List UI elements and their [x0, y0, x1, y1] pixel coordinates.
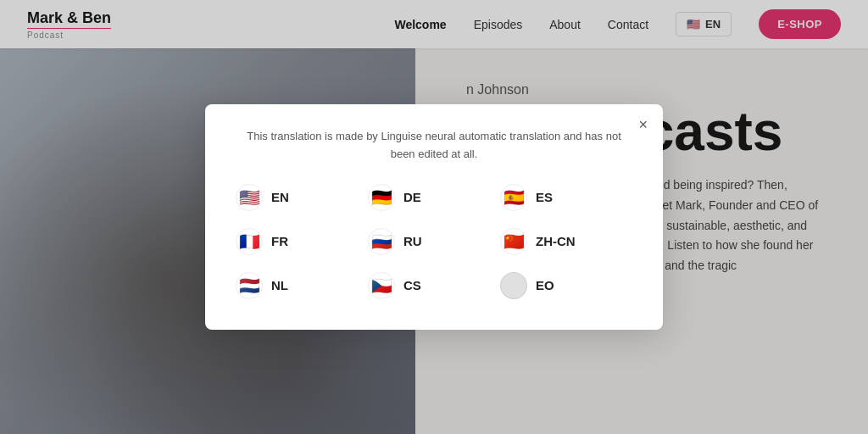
flag-fr: 🇫🇷: [236, 228, 263, 255]
flag-ru: 🇷🇺: [368, 228, 395, 255]
lang-item-de[interactable]: 🇩🇪 DE: [368, 184, 500, 211]
lang-code-en: EN: [271, 190, 289, 204]
lang-code-zh: ZH-CN: [536, 234, 576, 248]
lang-item-en[interactable]: 🇺🇸 EN: [236, 184, 368, 211]
lang-code-eo: EO: [536, 278, 554, 292]
flag-eo: [500, 272, 527, 299]
lang-item-fr[interactable]: 🇫🇷 FR: [236, 228, 368, 255]
lang-item-ru[interactable]: 🇷🇺 RU: [368, 228, 500, 255]
modal-close-button[interactable]: ×: [638, 116, 648, 134]
flag-en: 🇺🇸: [236, 184, 263, 211]
lang-code-de: DE: [403, 190, 421, 204]
flag-zh: 🇨🇳: [500, 228, 527, 255]
lang-code-cs: CS: [403, 278, 421, 292]
flag-de: 🇩🇪: [368, 184, 395, 211]
lang-item-eo[interactable]: EO: [500, 272, 632, 299]
lang-item-zh[interactable]: 🇨🇳 ZH-CN: [500, 228, 632, 255]
lang-code-fr: FR: [271, 234, 288, 248]
lang-code-nl: NL: [271, 278, 288, 292]
modal-overlay[interactable]: × This translation is made by Linguise n…: [0, 0, 868, 434]
flag-cs: 🇨🇿: [368, 272, 395, 299]
language-grid: 🇺🇸 EN 🇩🇪 DE 🇪🇸 ES 🇫🇷 FR 🇷🇺 RU: [236, 184, 632, 299]
language-modal: × This translation is made by Linguise n…: [205, 104, 663, 330]
lang-item-nl[interactable]: 🇳🇱 NL: [236, 272, 368, 299]
lang-code-es: ES: [536, 190, 553, 204]
lang-code-ru: RU: [403, 234, 422, 248]
modal-notice: This translation is made by Linguise neu…: [236, 128, 632, 164]
flag-nl: 🇳🇱: [236, 272, 263, 299]
flag-es: 🇪🇸: [500, 184, 527, 211]
lang-item-es[interactable]: 🇪🇸 ES: [500, 184, 632, 211]
lang-item-cs[interactable]: 🇨🇿 CS: [368, 272, 500, 299]
